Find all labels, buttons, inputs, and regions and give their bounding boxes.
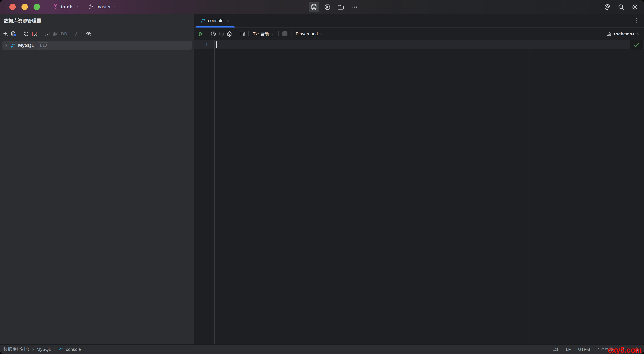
transaction-mode-selector[interactable]: Tx: 自动 (252, 30, 276, 38)
project-widget[interactable]: iotdb (50, 2, 81, 12)
mysql-dolphin-icon (10, 43, 16, 48)
chevron-right-icon[interactable] (4, 43, 8, 48)
add-datasource-button[interactable] (2, 31, 9, 37)
project-icon (52, 3, 59, 11)
breadcrumb-separator: › (54, 346, 56, 352)
no-problems-check-icon (633, 42, 640, 49)
breadcrumb: 数据库控制台 › MySQL › console (3, 346, 81, 352)
breadcrumb-console[interactable]: console (66, 347, 81, 352)
project-files-button[interactable] (336, 2, 346, 13)
run-anything-button[interactable] (322, 2, 333, 13)
toolbar-separator (40, 31, 41, 37)
project-name: iotdb (61, 4, 72, 10)
schema-icon (606, 31, 612, 37)
zoom-window-button[interactable] (34, 4, 40, 10)
line-number: 1 (194, 40, 212, 49)
close-tab-icon[interactable] (226, 19, 230, 23)
tab-options-kebab-icon[interactable] (632, 14, 641, 28)
watermark-text: cxy5.com (608, 345, 642, 354)
editor-tab-bar: console (194, 14, 644, 28)
console-settings-gear-icon[interactable] (226, 31, 233, 37)
refresh-button[interactable] (23, 31, 30, 37)
toolbar-separator (20, 31, 20, 37)
execute-button[interactable] (197, 31, 204, 37)
text-caret (216, 42, 217, 48)
breadcrumb-mysql[interactable]: MySQL (36, 347, 51, 352)
ai-assistant-icon[interactable] (602, 2, 613, 13)
line-ending-widget[interactable]: LF (566, 347, 571, 352)
in-editor-results-layout-icon[interactable] (239, 31, 246, 37)
toolbar-separator (291, 31, 292, 37)
new-query-console-button[interactable] (44, 31, 50, 37)
query-history-clock-icon[interactable] (210, 31, 217, 37)
active-tab-indicator (196, 26, 234, 28)
breadcrumb-database-console[interactable]: 数据库控制台 (3, 346, 30, 352)
title-bar: iotdb master (0, 0, 644, 14)
git-branch-icon (88, 4, 94, 10)
transaction-mode-label: Tx: 自动 (253, 31, 269, 37)
ide-window: iotdb master (0, 0, 644, 354)
status-bar-right: 1:1 LF UTF-8 4 个空格 cxy5.com (552, 346, 641, 352)
settings-gear-icon[interactable] (630, 2, 640, 13)
caret-position-widget[interactable]: 1:1 (552, 347, 558, 352)
stop-query-letter: p (220, 32, 222, 36)
sync-arrows-icon[interactable] (72, 31, 79, 37)
chevron-down-icon (320, 32, 323, 36)
titlebar-center-tools (308, 0, 360, 14)
search-everywhere-icon[interactable] (616, 2, 626, 13)
panel-title: 数据库资源管理器 (0, 14, 194, 28)
chevron-down-icon (113, 5, 117, 9)
status-bar: 数据库控制台 › MySQL › console 1:1 LF UTF-8 4 … (0, 344, 644, 354)
toolbar-separator (207, 31, 207, 37)
mysql-dolphin-icon (200, 18, 206, 23)
disconnect-button[interactable] (31, 31, 38, 37)
sql-editor-area[interactable]: 1 (194, 40, 644, 344)
toolbar-separator (82, 31, 82, 37)
inspections-widget[interactable] (630, 40, 643, 50)
caret-line-highlight (194, 40, 644, 49)
close-window-button[interactable] (10, 4, 16, 10)
tree-item-label: MySQL (18, 43, 34, 48)
jump-to-data-button[interactable] (52, 31, 58, 37)
explorer-toolbar: DDL (0, 28, 194, 40)
connection-count-badge: 1/13 (37, 42, 49, 49)
traffic-lights (0, 4, 40, 10)
connection-color-swatch[interactable] (282, 31, 288, 37)
chevron-down-icon (75, 5, 79, 9)
editor-column: console (194, 14, 644, 344)
playground-selector[interactable]: Playground (294, 30, 324, 38)
database-explorer-panel: 数据库资源管理器 (0, 14, 194, 344)
datasource-properties-button[interactable] (10, 31, 17, 37)
chevron-down-icon (636, 32, 640, 36)
more-tool-windows-button[interactable] (349, 2, 360, 13)
tab-label: console (208, 18, 224, 23)
branch-name: master (96, 4, 111, 10)
encoding-widget[interactable]: UTF-8 (578, 347, 590, 352)
view-options-eye-button[interactable] (85, 31, 92, 37)
gutter-separator (214, 40, 215, 344)
titlebar-right-tools (602, 0, 640, 14)
breadcrumb-separator: › (32, 346, 34, 352)
main-area: 数据库资源管理器 (0, 14, 644, 344)
toolbar-separator (248, 31, 249, 37)
console-toolbar: p (194, 28, 644, 40)
toolbar-separator (236, 31, 236, 37)
hard-wrap-guide (529, 40, 530, 344)
ddl-button[interactable]: DDL (60, 31, 71, 37)
schema-label: <schema> (613, 31, 634, 37)
tab-console[interactable]: console (196, 14, 234, 27)
tree-item-mysql[interactable]: MySQL 1/13 (2, 41, 192, 50)
chevron-down-icon (270, 32, 274, 36)
schema-selector[interactable]: <schema> (606, 28, 640, 40)
mysql-dolphin-icon (58, 347, 63, 352)
minimize-window-button[interactable] (22, 4, 28, 10)
toolbar-separator (278, 31, 279, 37)
playground-label: Playground (296, 31, 318, 37)
database-tool-window-button[interactable] (308, 2, 319, 13)
git-branch-widget[interactable]: master (86, 2, 120, 12)
database-tree: MySQL 1/13 (0, 40, 194, 50)
stop-query-icon[interactable]: p (218, 31, 225, 37)
